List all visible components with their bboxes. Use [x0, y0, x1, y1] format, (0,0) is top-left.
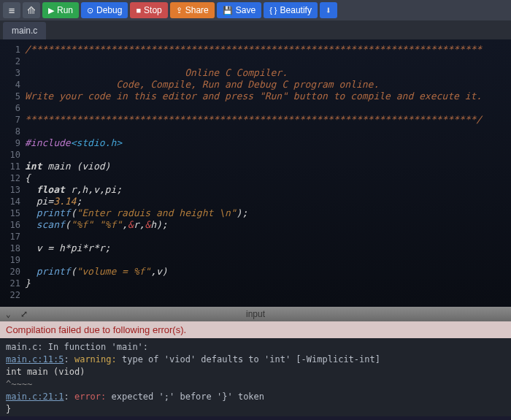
code-token: * — [82, 243, 88, 253]
line-number: 2 — [0, 56, 20, 67]
menu-icon[interactable]: ≡ — [3, 2, 20, 18]
code-line[interactable]: { — [25, 172, 505, 184]
console-token: expected ';' before '}' token — [106, 392, 264, 402]
line-number: 1 — [0, 44, 20, 56]
code-token: = — [47, 243, 59, 253]
new-file-icon[interactable]: ⟰ — [23, 2, 40, 18]
beautify-button[interactable]: { }Beautify — [264, 2, 318, 18]
console-line: main.c: In function 'main': — [6, 341, 505, 354]
code-line[interactable] — [25, 289, 505, 301]
code-token: "Enter raduis and height \n" — [76, 207, 236, 218]
code-line[interactable]: float r,h,v,pi; — [25, 184, 505, 196]
play-icon: ▶ — [48, 6, 54, 15]
code-token: ) — [105, 161, 111, 172]
console-line: main.c:11:5: warning: type of 'viod' def… — [6, 354, 505, 366]
code-token: ) — [162, 266, 168, 277]
code-token: float — [25, 184, 71, 195]
line-number: 21 — [0, 278, 20, 289]
console-line: } — [6, 403, 505, 416]
code-line[interactable] — [25, 254, 505, 266]
tab-bar: main.c — [0, 20, 511, 39]
debug-button[interactable]: ⊙Debug — [81, 2, 128, 18]
line-number: 7 — [0, 114, 20, 126]
code-line[interactable] — [25, 56, 505, 67]
code-token: main — [47, 161, 76, 172]
line-number: 20 — [0, 266, 20, 278]
run-button[interactable]: ▶Run — [42, 2, 79, 18]
code-line[interactable]: printf("volume = %f",v) — [25, 266, 505, 278]
code-line[interactable]: ****************************************… — [25, 114, 505, 126]
code-line[interactable] — [25, 126, 505, 137]
line-number: 13 — [0, 184, 20, 196]
download-icon[interactable]: ⬇ — [320, 2, 337, 18]
code-token: r — [88, 243, 93, 253]
code-area[interactable]: /***************************************… — [25, 39, 511, 307]
code-token: , — [122, 219, 128, 230]
code-line[interactable]: Write your code in this editor and press… — [25, 91, 505, 102]
console-token: main.c:11:5 — [6, 354, 64, 364]
console-line: int main (viod) — [6, 366, 505, 378]
save-label: Save — [236, 5, 256, 15]
code-line[interactable]: printf("Enter raduis and height \n"); — [25, 207, 505, 219]
line-number: 15 — [0, 207, 20, 219]
code-token: ****************************************… — [25, 114, 482, 125]
line-number: 11 — [0, 161, 20, 172]
code-line[interactable] — [25, 102, 505, 114]
chevron-down-icon[interactable]: ⌄ — [6, 310, 11, 319]
braces-icon: { } — [269, 6, 277, 15]
console-line: main.c:21:1: error: expected ';' before … — [6, 391, 505, 403]
line-gutter: 12345678910111213141516171819202122 — [0, 39, 25, 307]
code-line[interactable]: pi=3.14; — [25, 196, 505, 207]
stop-button[interactable]: ■Stop — [130, 2, 167, 18]
code-editor[interactable]: 12345678910111213141516171819202122 /***… — [0, 39, 511, 307]
panel-separator[interactable]: ⌄ ⤢ input — [0, 307, 511, 321]
stop-icon: ■ — [136, 6, 141, 15]
toolbar: ≡ ⟰ ▶Run ⊙Debug ■Stop ⇪Share 💾Save { }Be… — [0, 0, 511, 20]
console-token: In function 'main': — [43, 342, 149, 352]
code-line[interactable]: v = h*pi*r*r; — [25, 243, 505, 254]
code-token: Code, Compile, Run and Debug C program o… — [25, 79, 379, 90]
code-token: r — [134, 219, 139, 230]
code-token: r — [99, 243, 105, 253]
console-token: : — [64, 354, 74, 364]
line-number: 12 — [0, 172, 20, 184]
code-line[interactable] — [25, 231, 505, 243]
share-icon: ⇪ — [176, 6, 182, 15]
beautify-label: Beautify — [280, 5, 312, 15]
code-token: #include — [25, 137, 71, 148]
share-button[interactable]: ⇪Share — [170, 2, 215, 18]
share-label: Share — [185, 5, 209, 15]
code-token: ); — [237, 207, 248, 218]
fullscreen-icon[interactable]: ⤢ — [20, 309, 28, 319]
code-token: v — [25, 243, 47, 253]
code-line[interactable]: } — [25, 278, 505, 289]
code-line[interactable] — [25, 149, 505, 161]
code-token: scanf — [25, 219, 65, 230]
code-token: } — [25, 278, 31, 289]
line-number: 8 — [0, 126, 20, 137]
code-token: ); — [156, 219, 168, 230]
console-token: warning: — [74, 354, 117, 364]
code-line[interactable]: Code, Compile, Run and Debug C program o… — [25, 79, 505, 91]
code-line[interactable]: #include<stdio.h> — [25, 137, 505, 149]
line-number: 10 — [0, 149, 20, 161]
code-line[interactable]: /***************************************… — [25, 44, 505, 56]
code-line[interactable]: int main (viod) — [25, 161, 505, 172]
line-number: 3 — [0, 67, 20, 79]
code-line[interactable]: scanf("%f" "%f",&r,&h); — [25, 219, 505, 231]
code-token: ; — [76, 196, 82, 207]
line-number: 4 — [0, 79, 20, 91]
console-line: ^ — [6, 416, 505, 416]
tab-main-c[interactable]: main.c — [3, 22, 46, 39]
code-token: , — [150, 266, 156, 277]
code-token: pi — [25, 196, 47, 207]
code-token: ( — [65, 219, 71, 230]
save-button[interactable]: 💾Save — [217, 2, 261, 18]
line-number: 5 — [0, 91, 20, 102]
code-token: int — [25, 161, 47, 172]
code-line[interactable]: Online C Compiler. — [25, 67, 505, 79]
line-number: 18 — [0, 243, 20, 254]
code-token: { — [25, 172, 31, 183]
line-number: 22 — [0, 289, 20, 301]
code-token: * — [65, 243, 71, 253]
